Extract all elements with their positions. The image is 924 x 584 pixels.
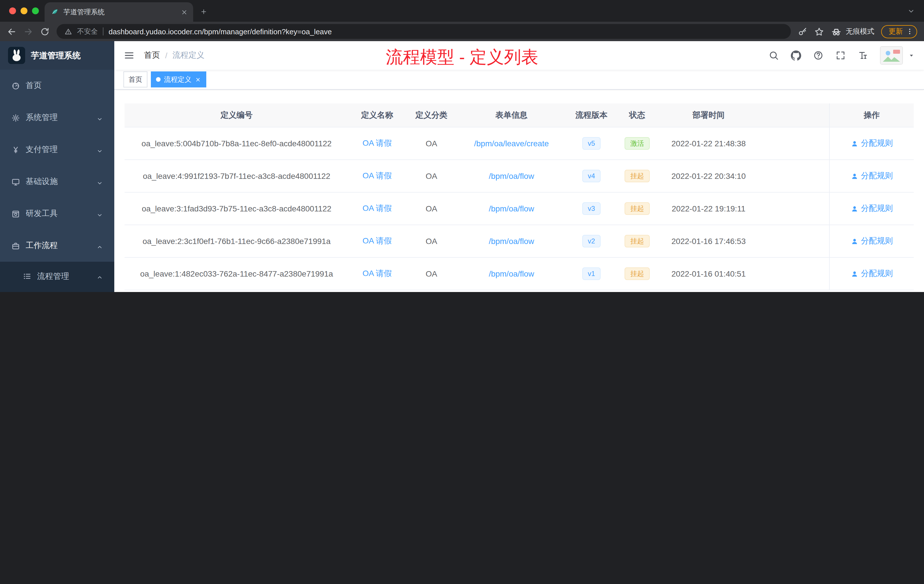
screen: 芋道管理系统 不安全 dashboard.yudao.iocoder.cn/bp… xyxy=(0,0,924,292)
assign-rule-label: 分配规则 xyxy=(861,138,893,148)
header-spacer xyxy=(760,104,829,127)
breadcrumb-current: 流程定义 xyxy=(173,50,205,61)
reload-icon[interactable] xyxy=(40,26,50,36)
version-badge: v2 xyxy=(582,235,601,247)
github-icon[interactable] xyxy=(791,50,801,61)
tag-label: 流程定义 xyxy=(164,74,191,84)
assign-rule-link[interactable]: 分配规则 xyxy=(851,203,893,214)
minimize-window-button[interactable] xyxy=(21,7,27,14)
table-row: oa_leave:1:482ec033-762a-11ec-8477-a2380… xyxy=(125,258,914,290)
row-spacer xyxy=(760,258,829,290)
sidebar-item-label: 流程管理 xyxy=(37,271,69,281)
deploy-time: 2022-01-16 17:46:53 xyxy=(657,225,760,258)
sidebar-item[interactable]: 研发工具 xyxy=(0,198,114,230)
navbar-right-menu xyxy=(769,46,915,64)
table-row: oa_leave:5:004b710b-7b8a-11ec-8ef0-acde4… xyxy=(125,127,914,160)
deploy-time: 2022-01-16 01:40:51 xyxy=(657,258,760,290)
close-window-button[interactable] xyxy=(9,7,16,14)
sidebar-item[interactable]: 工作流程 xyxy=(0,230,114,262)
omnibox-divider xyxy=(103,27,104,35)
sidebar-item[interactable]: 系统管理 xyxy=(0,102,114,134)
tag-label: 首页 xyxy=(129,74,142,84)
definition-name-link[interactable]: OA 请假 xyxy=(363,269,392,279)
definition-name-link[interactable]: OA 请假 xyxy=(363,138,392,148)
browser-menu-kebab-icon[interactable] xyxy=(906,27,914,35)
update-label: 更新 xyxy=(889,26,903,36)
browser-toolbar: 不安全 dashboard.yudao.iocoder.cn/bpm/manag… xyxy=(0,22,924,41)
sidebar-item[interactable]: 支付管理 xyxy=(0,134,114,166)
back-icon[interactable] xyxy=(7,26,16,36)
sidebar-item[interactable]: 首页 xyxy=(0,70,114,102)
version-badge: v1 xyxy=(582,267,601,280)
row-spacer xyxy=(760,225,829,258)
definitions-table: 定义编号定义名称定义分类表单信息流程版本状态部署时间操作 oa_leave:5:… xyxy=(125,104,914,290)
sidebar-item[interactable]: 基础设施 xyxy=(0,166,114,198)
bookmark-star-icon[interactable] xyxy=(814,26,824,36)
assign-rule-label: 分配规则 xyxy=(861,171,893,181)
form-link[interactable]: /bpm/oa/flow xyxy=(489,204,534,213)
security-label[interactable]: 不安全 xyxy=(77,26,98,36)
definition-name-link[interactable]: OA 请假 xyxy=(363,236,392,246)
form-link[interactable]: /bpm/oa/flow xyxy=(489,237,534,246)
fullscreen-icon[interactable] xyxy=(835,50,846,61)
column-header: 操作 xyxy=(829,104,914,127)
sidebar-item[interactable]: 流程表单 xyxy=(0,291,114,292)
chevron-down-icon xyxy=(97,115,103,121)
definition-id: oa_leave:5:004b710b-7b8a-11ec-8ef0-acde4… xyxy=(125,127,348,160)
window-controls xyxy=(5,0,45,22)
assign-rule-link[interactable]: 分配规则 xyxy=(851,236,893,246)
incognito-badge: 无痕模式 xyxy=(831,26,874,37)
column-header: 定义分类 xyxy=(406,104,457,127)
forward-icon[interactable] xyxy=(23,26,33,36)
password-key-icon[interactable] xyxy=(798,26,807,36)
column-header: 表单信息 xyxy=(457,104,566,127)
definition-id: oa_leave:1:482ec033-762a-11ec-8477-a2380… xyxy=(125,258,348,290)
avatar-caret-down-icon[interactable] xyxy=(908,52,915,59)
update-button[interactable]: 更新 xyxy=(881,25,917,38)
assign-rule-link[interactable]: 分配规则 xyxy=(851,269,893,279)
app-logo: 芋道管理系统 xyxy=(0,41,114,70)
tag-item[interactable]: 首页 xyxy=(124,71,147,87)
definition-name-link[interactable]: OA 请假 xyxy=(363,171,392,181)
breadcrumb-home[interactable]: 首页 xyxy=(144,50,160,61)
assign-rule-link[interactable]: 分配规则 xyxy=(851,171,893,181)
font-size-icon[interactable] xyxy=(858,50,868,61)
new-tab-button[interactable] xyxy=(200,8,208,15)
url-text: dashboard.yudao.iocoder.cn/bpm/manager/d… xyxy=(109,27,332,36)
deploy-time: 2022-01-22 20:34:10 xyxy=(657,160,760,193)
column-header: 定义名称 xyxy=(348,104,406,127)
monitor-icon xyxy=(12,177,20,186)
tag-item[interactable]: 流程定义 xyxy=(151,71,206,87)
definition-category: OA xyxy=(406,193,457,225)
zoom-window-button[interactable] xyxy=(32,7,39,14)
definition-category: OA xyxy=(406,160,457,193)
status-badge: 激活 xyxy=(625,137,650,150)
sidebar-item[interactable]: 流程管理 xyxy=(0,262,114,291)
tag-close-icon[interactable] xyxy=(195,76,201,82)
address-bar[interactable]: 不安全 dashboard.yudao.iocoder.cn/bpm/manag… xyxy=(56,24,791,39)
user-icon xyxy=(851,205,858,212)
form-link[interactable]: /bpm/oa/flow xyxy=(489,172,534,181)
table-row: oa_leave:3:1fad3d93-7b75-11ec-a3c8-acde4… xyxy=(125,193,914,225)
tab-close-icon[interactable] xyxy=(181,8,188,16)
status-badge: 挂起 xyxy=(625,170,650,182)
browser-chrome: 芋道管理系统 不安全 dashboard.yudao.iocoder.cn/bp… xyxy=(0,0,924,41)
definition-name-link[interactable]: OA 请假 xyxy=(363,203,392,214)
assign-rule-label: 分配规则 xyxy=(861,269,893,279)
hamburger-icon[interactable] xyxy=(124,50,135,61)
chevron-down-icon xyxy=(97,211,103,217)
help-icon[interactable] xyxy=(813,50,823,61)
tab-strip: 芋道管理系统 xyxy=(0,0,924,22)
user-icon xyxy=(851,238,858,245)
search-icon[interactable] xyxy=(769,50,779,61)
definition-category: OA xyxy=(406,127,457,160)
form-link[interactable]: /bpm/oa/leave/create xyxy=(474,139,549,148)
tab-search-chevron-icon[interactable] xyxy=(908,7,915,15)
user-avatar[interactable] xyxy=(880,46,903,64)
browser-tab[interactable]: 芋道管理系统 xyxy=(45,2,193,22)
assign-rule-label: 分配规则 xyxy=(861,203,893,214)
assign-rule-link[interactable]: 分配规则 xyxy=(851,138,893,148)
form-link[interactable]: /bpm/oa/flow xyxy=(489,269,534,278)
column-header: 状态 xyxy=(617,104,657,127)
app-title: 芋道管理系统 xyxy=(31,50,81,61)
